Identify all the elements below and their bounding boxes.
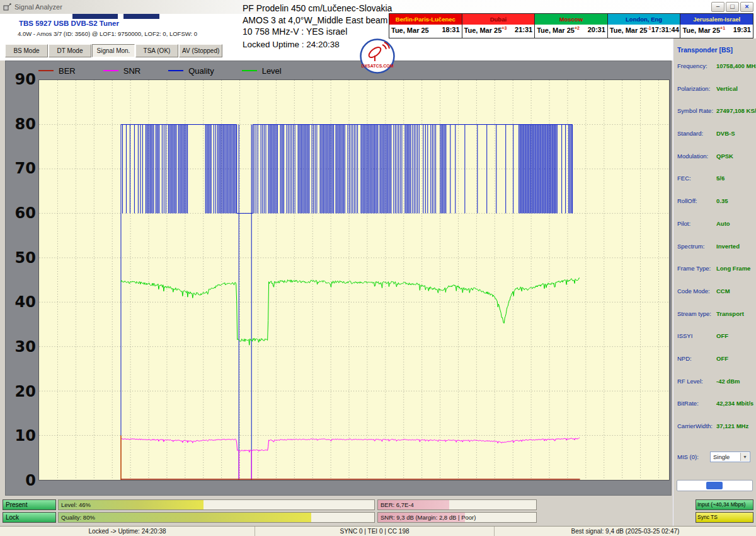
clock-utc-offset: +1 — [720, 26, 725, 30]
transponder-field-label: Pilot: — [677, 220, 716, 228]
transponder-field-label: Spectrum: — [677, 243, 716, 251]
legend-line-swatch — [38, 70, 54, 71]
snr-bar: SNR: 9,3 dB (Margin: 2,8 dB | Poor) — [377, 512, 537, 523]
quality-bar-fill — [59, 513, 311, 522]
y-axis-tick: 0 — [7, 472, 36, 489]
clock-datetime: Tue, Mar 25+119:31 — [680, 25, 753, 38]
clock-column-2: MoscowTue, Mar 25+220:31 — [535, 14, 608, 38]
transponder-field-value: OFF — [716, 355, 728, 363]
clock-time: 17:31:44 — [651, 26, 679, 38]
logo-text: DXSATCS.COM — [361, 64, 393, 68]
transponder-field-label: Modulation: — [677, 153, 716, 161]
signal-analyzer-window: Signal Analyzer − □ × TBS 5927 USB DVB-S… — [0, 0, 756, 536]
transponder-field-label: BitRate: — [677, 400, 716, 408]
site-info-line: PF Prodelin 450 cm/Lučenec-Slovakia — [243, 3, 392, 13]
transponder-row: Spectrum:Inverted — [677, 243, 756, 251]
tab-bar: BS ModeDT ModeSignal Mon.TSA (OK)AV (Sto… — [5, 44, 222, 57]
transponder-row: Code Mode:CCM — [677, 288, 756, 296]
maximize-button[interactable]: □ — [726, 2, 739, 12]
legend-line-swatch — [168, 70, 183, 71]
transponder-field-value: 0.35 — [716, 197, 728, 206]
y-axis-tick: 70 — [7, 160, 36, 177]
transponder-field-label: CarrierWidth: — [677, 422, 716, 431]
clock-datetime: Tue, Mar 25+321:31 — [462, 25, 535, 38]
signal-plot — [38, 79, 670, 481]
statusbar-uptime: Locked -> Uptime: 24:20:38 — [0, 527, 255, 536]
y-axis-tick: 90 — [7, 71, 36, 88]
clock-datetime: Tue, Mar 25+220:31 — [535, 25, 607, 38]
clock-time: 19:31 — [733, 26, 751, 38]
satellite-info-line: AMOS 3 at 4,0°W_Middle East beam — [243, 15, 387, 25]
clock-date: Tue, Mar 25 — [391, 26, 429, 34]
window-title: Signal Analyzer — [14, 3, 62, 11]
clock-column-1: DubaiTue, Mar 25+321:31 — [462, 14, 536, 38]
transponder-row: Symbol Rate:27497,108 KS/s — [677, 107, 756, 115]
statusbar-sync-counters: SYNC 0 | TEI 0 | CC 198 — [255, 527, 495, 536]
mis-dropdown[interactable]: Single ▼ — [710, 452, 750, 462]
clock-time: 20:31 — [588, 26, 605, 38]
quality-bar-text: Quality: 80% — [61, 513, 95, 523]
transponder-rows: Frequency:10758,400 MHzPolarization:Vert… — [677, 62, 756, 445]
y-axis-tick: 30 — [7, 339, 36, 355]
transponder-field-label: Frequency: — [677, 62, 716, 71]
y-axis-tick: 60 — [7, 205, 36, 221]
statusbar-best-signal: Best signal: 9,4 dB (2025-03-25 02:47) — [495, 527, 756, 536]
tab-signal-mon[interactable]: Signal Mon. — [92, 44, 135, 57]
transponder-row: RollOff:0.35 — [677, 197, 756, 206]
y-axis-tick: 20 — [7, 383, 36, 400]
frequency-info-line: 10 758 MHz-V : YES israel — [243, 26, 347, 37]
transponder-field-label: Symbol Rate: — [677, 107, 716, 115]
scrollbar-thumb[interactable] — [706, 482, 723, 489]
legend-item-quality: Quality — [168, 66, 214, 76]
transponder-field-label: RF Level: — [677, 378, 716, 386]
transponder-row: Stream type:Transport — [677, 310, 756, 318]
chart-area: BERSNRQualityLevel 9080706050403020100 — [5, 61, 672, 496]
close-button[interactable]: × — [740, 2, 753, 12]
mis-value: Single — [713, 453, 730, 460]
transponder-field-label: Polarization: — [677, 85, 716, 93]
mis-label: MIS (0): — [677, 453, 710, 460]
clock-city-label: Berlin-Paris-Lučenec — [389, 14, 462, 25]
chevron-down-icon[interactable]: ▼ — [740, 453, 749, 461]
tab-av-stopped[interactable]: AV (Stopped) — [179, 44, 222, 57]
panel-scrollbar[interactable] — [677, 480, 753, 491]
transponder-field-value: 42,234 Mbit/s — [716, 400, 753, 408]
transponder-field-value: Vertical — [716, 85, 738, 93]
selector-bar-2 — [123, 14, 159, 19]
ber-bar-text: BER: 6,7E-4 — [381, 500, 414, 510]
mis-row: MIS (0): Single ▼ — [677, 452, 754, 462]
transponder-field-label: Frame Type: — [677, 265, 716, 273]
y-axis-tick: 80 — [7, 116, 36, 132]
clock-date: Tue, Mar 25 — [610, 26, 648, 34]
transponder-row: FEC:5/6 — [677, 175, 756, 183]
present-indicator: Present — [3, 499, 56, 510]
snr-bar-text: SNR: 9,3 dB (Margin: 2,8 dB | Poor) — [381, 513, 476, 523]
clock-date: Tue, Mar 25 — [682, 26, 720, 34]
tab-dt-mode[interactable]: DT Mode — [49, 44, 91, 57]
clock-column-0: Berlin-Paris-LučenecTue, Mar 2518:31 — [389, 14, 462, 38]
clock-column-4: Jerusalem-IsraelTue, Mar 25+119:31 — [680, 14, 753, 38]
transponder-row: ISSYIOFF — [677, 332, 756, 341]
clock-column-3: London, EngTue, Mar 25-117:31:44 — [608, 14, 681, 38]
legend-item-ber: BER — [38, 66, 76, 76]
transponder-row: Frame Type:Long Frame — [677, 265, 756, 273]
transponder-field-value: 5/6 — [716, 175, 724, 183]
world-clocks: Berlin-Paris-LučenecTue, Mar 2518:31Duba… — [389, 13, 753, 38]
sync-ts-indicator: Sync TS — [696, 512, 753, 523]
clock-utc-offset: +3 — [501, 26, 507, 30]
transponder-field-value: -42 dBm — [716, 378, 740, 386]
lock-indicator: Lock — [3, 512, 56, 523]
legend-line-swatch — [103, 70, 118, 71]
tab-tsa-ok[interactable]: TSA (OK) — [135, 44, 178, 57]
quality-bar: Quality: 80% — [58, 512, 375, 523]
tab-bs-mode[interactable]: BS Mode — [5, 44, 48, 57]
transponder-field-value: 10758,400 MHz — [716, 62, 756, 71]
clock-datetime: Tue, Mar 2518:31 — [389, 25, 462, 38]
minimize-button[interactable]: − — [711, 2, 724, 12]
clock-city-label: Moscow — [535, 14, 607, 25]
transponder-field-value: 27497,108 KS/s — [716, 107, 756, 115]
transponder-field-label: Standard: — [677, 130, 716, 138]
transponder-field-label: Stream type: — [677, 310, 716, 318]
clock-city-label: Jerusalem-Israel — [680, 14, 753, 25]
clock-time: 21:31 — [515, 26, 532, 38]
